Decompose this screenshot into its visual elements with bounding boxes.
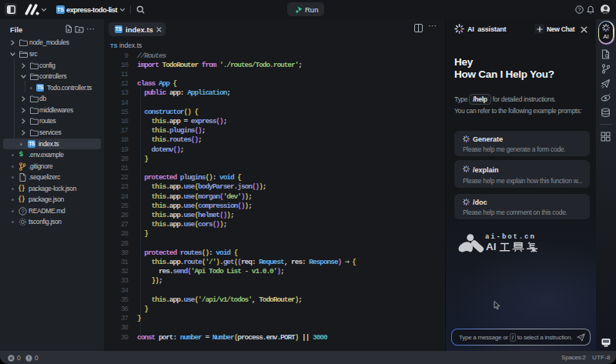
svg-text:?: ? xyxy=(578,7,581,12)
svg-text:?: ? xyxy=(22,209,25,214)
